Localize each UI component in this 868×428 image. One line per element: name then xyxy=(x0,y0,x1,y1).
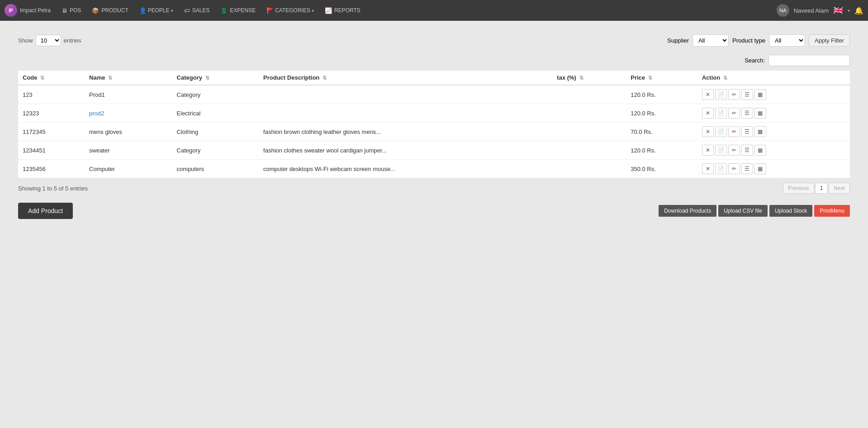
col-header-code[interactable]: Code ⇅ xyxy=(18,71,85,85)
search-label: Search: xyxy=(745,57,765,64)
product-name: sweater xyxy=(89,147,110,154)
product-name: mens gloves xyxy=(89,128,122,135)
add-product-button[interactable]: Add Product xyxy=(18,203,73,219)
sort-icon-code: ⇅ xyxy=(40,75,44,81)
edit-button[interactable]: ✏ xyxy=(728,145,740,156)
cell-price: 70.0 Rs. xyxy=(626,123,697,141)
edit-button[interactable]: ✏ xyxy=(728,163,740,174)
copy-button[interactable]: 📄 xyxy=(715,163,727,174)
barcode-button[interactable]: ▦ xyxy=(754,89,766,100)
cell-category: Electrical xyxy=(172,104,259,123)
show-label: Show xyxy=(18,37,33,44)
filter-right: Supplier All Product type All Apply Filt… xyxy=(667,34,850,47)
product-name: Computer xyxy=(89,166,115,172)
nav-item-sales[interactable]: 🏷 SALES xyxy=(180,5,214,17)
avatar[interactable]: NA xyxy=(777,4,789,17)
filter-left: Show 10 25 50 100 entries xyxy=(18,35,81,46)
copy-button[interactable]: 📄 xyxy=(715,126,727,137)
barcode-button[interactable]: ▦ xyxy=(754,163,766,174)
copy-button[interactable]: 📄 xyxy=(715,145,727,156)
barcode-button[interactable]: ▦ xyxy=(754,126,766,137)
barcode-button[interactable]: ▦ xyxy=(754,145,766,156)
cell-category: Clothing xyxy=(172,123,259,141)
navbar: IP Impact Petra 🖥 POS 📦 PRODUCT 👤 PEOPLE… xyxy=(0,0,868,21)
flag-caret-icon: ▾ xyxy=(848,8,850,13)
show-entries-select[interactable]: 10 25 50 100 xyxy=(36,35,61,46)
cell-code: 1172345 xyxy=(18,123,85,141)
col-header-category[interactable]: Category ⇅ xyxy=(172,71,259,85)
cell-name: Prod1 xyxy=(85,85,172,104)
main-content: Show 10 25 50 100 entries Supplier All P… xyxy=(0,21,868,233)
print-menu-button[interactable]: PrintMenu xyxy=(814,205,850,217)
col-header-tax[interactable]: tax (%) ⇅ xyxy=(552,71,626,85)
cell-action: ✕ 📄 ✏ ☰ ▦ xyxy=(697,85,850,104)
product-name: Prod1 xyxy=(89,91,105,98)
edit-button[interactable]: ✏ xyxy=(728,126,740,137)
product-type-label: Product type xyxy=(732,37,765,44)
nav-label-reports: REPORTS xyxy=(334,7,360,14)
upload-stock-button[interactable]: Upload Stock xyxy=(769,205,812,217)
product-name-link[interactable]: prod2 xyxy=(89,110,104,117)
cell-tax xyxy=(552,160,626,178)
sort-icon-action: ⇅ xyxy=(723,75,727,81)
notification-icon[interactable]: 🔔 xyxy=(854,6,863,15)
table-header: Code ⇅ Name ⇅ Category ⇅ Product Descrip… xyxy=(18,71,850,85)
barcode-button[interactable]: ▦ xyxy=(754,108,766,119)
delete-button[interactable]: ✕ xyxy=(702,163,714,174)
copy-button[interactable]: 📄 xyxy=(715,108,727,119)
nav-item-pos[interactable]: 🖥 POS xyxy=(57,5,85,17)
nav-right: NA Naveed Alam 🇬🇧 ▾ 🔔 xyxy=(777,4,863,17)
list-button[interactable]: ☰ xyxy=(741,89,753,100)
cell-description: computer desktops Wi-Fi webcam screen mo… xyxy=(259,160,552,178)
cell-name: Computer xyxy=(85,160,172,178)
brand-name: Impact Petra xyxy=(20,7,51,14)
cell-name: sweater xyxy=(85,141,172,160)
list-button[interactable]: ☰ xyxy=(741,108,753,119)
supplier-label: Supplier xyxy=(667,37,689,44)
delete-button[interactable]: ✕ xyxy=(702,89,714,100)
nav-item-categories[interactable]: 🚩 CATEGORIES ▾ xyxy=(262,5,318,17)
table-row: 123 Prod1 Category 120.0 Rs. ✕ 📄 ✏ ☰ ▦ xyxy=(18,85,850,104)
brand[interactable]: IP Impact Petra xyxy=(5,4,51,17)
cell-code: 12323 xyxy=(18,104,85,123)
brand-logo: IP xyxy=(5,4,17,17)
nav-item-product[interactable]: 📦 PRODUCT xyxy=(87,5,133,17)
cell-tax xyxy=(552,85,626,104)
list-button[interactable]: ☰ xyxy=(741,145,753,156)
cell-action: ✕ 📄 ✏ ☰ ▦ xyxy=(697,104,850,123)
download-products-button[interactable]: Download Products xyxy=(659,205,716,217)
nav-item-expense[interactable]: 💲 EXPENSE xyxy=(216,5,260,17)
product-type-select[interactable]: All xyxy=(769,34,805,47)
edit-button[interactable]: ✏ xyxy=(728,89,740,100)
edit-button[interactable]: ✏ xyxy=(728,108,740,119)
apply-filter-button[interactable]: Apply Filter xyxy=(809,34,850,47)
cell-code: 123 xyxy=(18,85,85,104)
upload-csv-button[interactable]: Upload CSV file xyxy=(718,205,768,217)
pos-icon: 🖥 xyxy=(62,7,67,14)
next-button[interactable]: Next xyxy=(829,183,850,194)
delete-button[interactable]: ✕ xyxy=(702,145,714,156)
col-header-price[interactable]: Price ⇅ xyxy=(626,71,697,85)
col-header-description[interactable]: Product Description ⇅ xyxy=(259,71,552,85)
cell-category: Category xyxy=(172,141,259,160)
sort-icon-price: ⇅ xyxy=(648,75,652,81)
cell-description: fashion clothes sweater wool cardigan ju… xyxy=(259,141,552,160)
supplier-select[interactable]: All xyxy=(693,34,729,47)
list-button[interactable]: ☰ xyxy=(741,163,753,174)
sales-icon: 🏷 xyxy=(184,7,190,14)
nav-item-reports[interactable]: 📈 REPORTS xyxy=(320,5,365,17)
col-header-action[interactable]: Action ⇅ xyxy=(697,71,850,85)
page-1-button[interactable]: 1 xyxy=(815,183,828,194)
cell-code: 1235456 xyxy=(18,160,85,178)
delete-button[interactable]: ✕ xyxy=(702,126,714,137)
user-name: Naveed Alam xyxy=(794,7,829,14)
search-input[interactable] xyxy=(768,55,850,66)
list-button[interactable]: ☰ xyxy=(741,126,753,137)
nav-item-people[interactable]: 👤 PEOPLE ▾ xyxy=(135,5,178,17)
col-header-name[interactable]: Name ⇅ xyxy=(85,71,172,85)
nav-label-categories: CATEGORIES xyxy=(275,7,310,14)
copy-button[interactable]: 📄 xyxy=(715,89,727,100)
previous-button[interactable]: Previous xyxy=(783,183,814,194)
cell-action: ✕ 📄 ✏ ☰ ▦ xyxy=(697,123,850,141)
delete-button[interactable]: ✕ xyxy=(702,108,714,119)
